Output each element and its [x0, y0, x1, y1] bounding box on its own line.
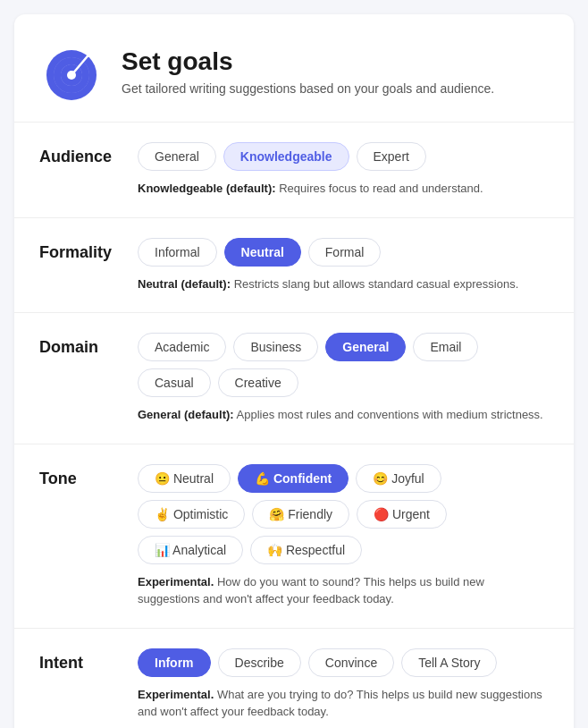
intent-convince[interactable]: Convince — [308, 648, 394, 677]
formality-options: Informal Neutral Formal — [138, 238, 549, 267]
formality-content: Informal Neutral Formal Neutral (default… — [138, 238, 549, 293]
audience-description-text: Requires focus to read and understand. — [279, 182, 483, 195]
domain-content: Academic Business General Email Casual C… — [138, 333, 549, 424]
tone-respectful[interactable]: 🙌 Respectful — [250, 536, 362, 564]
header: Set goals Get tailored writing suggestio… — [14, 14, 574, 123]
intent-description: Experimental. What are you trying to do?… — [138, 686, 549, 721]
intent-inform[interactable]: Inform — [138, 648, 211, 677]
tone-options: 😐 Neutral 💪 Confident 😊 Joyful ✌️ Optimi… — [138, 464, 549, 564]
tone-joyful[interactable]: 😊 Joyful — [356, 464, 441, 493]
domain-description-bold: General (default): — [138, 408, 234, 421]
tone-urgent[interactable]: 🔴 Urgent — [357, 500, 447, 529]
tone-confident[interactable]: 💪 Confident — [238, 464, 349, 493]
audience-section: Audience General Knowledgeable Expert Kn… — [14, 123, 574, 218]
domain-email[interactable]: Email — [413, 333, 478, 361]
header-text: Set goals Get tailored writing suggestio… — [122, 47, 494, 96]
intent-description-bold: Experimental. — [138, 688, 214, 701]
audience-content: General Knowledgeable Expert Knowledgeab… — [138, 142, 549, 198]
svg-line-11 — [91, 52, 97, 55]
domain-creative[interactable]: Creative — [218, 368, 298, 397]
tone-content: 😐 Neutral 💪 Confident 😊 Joyful ✌️ Optimi… — [138, 464, 549, 608]
tone-friendly[interactable]: 🤗 Friendly — [252, 500, 349, 529]
tone-section: Tone 😐 Neutral 💪 Confident 😊 Joyful ✌️ O… — [14, 444, 574, 629]
svg-line-10 — [88, 47, 91, 52]
domain-label: Domain — [39, 333, 138, 357]
formality-label: Formality — [39, 238, 138, 262]
audience-label: Audience — [39, 142, 138, 166]
intent-section: Intent Inform Describe Convince Tell A S… — [14, 629, 574, 729]
formality-formal[interactable]: Formal — [308, 238, 382, 267]
logo — [39, 39, 104, 104]
audience-options: General Knowledgeable Expert — [138, 142, 549, 171]
page-subtitle: Get tailored writing suggestions based o… — [122, 81, 494, 96]
svg-line-9 — [91, 47, 96, 52]
formality-description-bold: Neutral (default): — [138, 277, 231, 291]
main-card: Set goals Get tailored writing suggestio… — [14, 14, 574, 728]
tone-analytical[interactable]: 📊 Analytical — [138, 536, 243, 564]
audience-description-bold: Knowledgeable (default): — [138, 182, 276, 195]
page-title: Set goals — [122, 47, 494, 76]
domain-section: Domain Academic Business General Email C… — [14, 313, 574, 444]
formality-neutral[interactable]: Neutral — [224, 238, 301, 267]
intent-options: Inform Describe Convince Tell A Story — [138, 648, 549, 677]
tone-description-bold: Experimental. — [138, 575, 214, 588]
audience-expert[interactable]: Expert — [357, 142, 426, 171]
audience-description: Knowledgeable (default): Requires focus … — [138, 180, 549, 198]
domain-general[interactable]: General — [325, 333, 406, 361]
formality-section: Formality Informal Neutral Formal Neutra… — [14, 218, 574, 314]
intent-label: Intent — [39, 648, 138, 673]
tone-optimistic[interactable]: ✌️ Optimistic — [138, 500, 245, 529]
audience-general[interactable]: General — [138, 142, 216, 171]
domain-academic[interactable]: Academic — [138, 333, 226, 361]
tone-description: Experimental. How do you want to sound? … — [138, 573, 549, 608]
intent-content: Inform Describe Convince Tell A Story Ex… — [138, 648, 549, 721]
tone-label: Tone — [39, 464, 138, 488]
domain-business[interactable]: Business — [233, 333, 318, 361]
domain-description-text: Applies most rules and conventions with … — [237, 408, 543, 421]
domain-options: Academic Business General Email Casual C… — [138, 333, 549, 397]
tone-neutral[interactable]: 😐 Neutral — [138, 464, 231, 493]
formality-description-text: Restricts slang but allows standard casu… — [234, 277, 519, 291]
audience-knowledgeable[interactable]: Knowledgeable — [223, 142, 349, 171]
domain-casual[interactable]: Casual — [138, 368, 211, 397]
intent-describe[interactable]: Describe — [218, 648, 301, 677]
intent-tell-a-story[interactable]: Tell A Story — [401, 648, 497, 677]
formality-description: Neutral (default): Restricts slang but a… — [138, 275, 549, 293]
domain-description: General (default): Applies most rules an… — [138, 406, 549, 424]
formality-informal[interactable]: Informal — [138, 238, 217, 267]
